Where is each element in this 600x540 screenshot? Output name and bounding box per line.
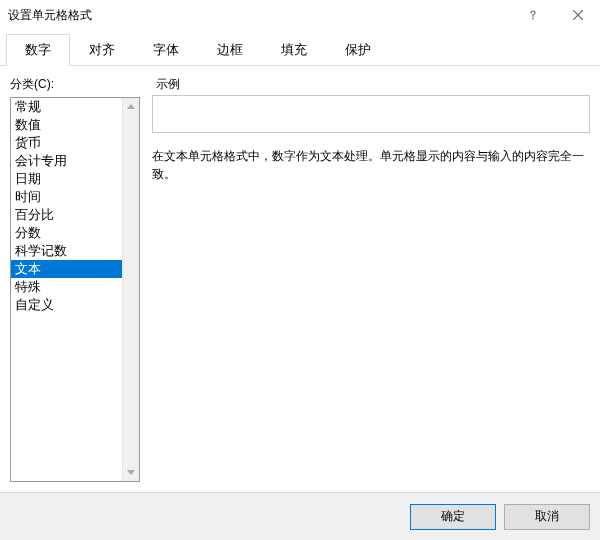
category-item[interactable]: 特殊 [11,278,122,296]
dialog-footer: 确定 取消 [0,492,600,540]
category-item[interactable]: 常规 [11,98,122,116]
category-item[interactable]: 科学记数 [11,242,122,260]
cancel-button[interactable]: 取消 [504,504,590,530]
close-icon [573,10,583,20]
sample-box [152,95,590,133]
tab-bar: 数字对齐字体边框填充保护 [0,30,600,66]
scroll-down-arrow[interactable] [123,464,140,481]
help-icon [528,10,538,20]
titlebar-controls [510,0,600,30]
close-button[interactable] [555,0,600,30]
tab-2[interactable]: 字体 [134,34,198,65]
category-item[interactable]: 文本 [11,260,122,278]
chevron-down-icon [127,470,135,475]
category-item[interactable]: 日期 [11,170,122,188]
tab-1[interactable]: 对齐 [70,34,134,65]
detail-panel: 示例 在文本单元格格式中，数字作为文本处理。单元格显示的内容与输入的内容完全一致… [152,76,590,482]
category-item[interactable]: 数值 [11,116,122,134]
category-item[interactable]: 百分比 [11,206,122,224]
sample-label: 示例 [156,76,590,93]
titlebar: 设置单元格格式 [0,0,600,30]
category-listbox[interactable]: 常规数值货币会计专用日期时间百分比分数科学记数文本特殊自定义 [10,97,140,482]
content-area: 分类(C): 常规数值货币会计专用日期时间百分比分数科学记数文本特殊自定义 示例… [0,66,600,492]
category-item[interactable]: 货币 [11,134,122,152]
dialog-format-cells: 设置单元格格式 数字对齐字体边框填充保护 分类(C): 常规数值货币会计专用日期… [0,0,600,540]
category-item[interactable]: 时间 [11,188,122,206]
category-item[interactable]: 会计专用 [11,152,122,170]
scrollbar[interactable] [122,98,139,481]
tab-5[interactable]: 保护 [326,34,390,65]
format-description: 在文本单元格格式中，数字作为文本处理。单元格显示的内容与输入的内容完全一致。 [152,147,590,183]
ok-button[interactable]: 确定 [410,504,496,530]
category-panel: 分类(C): 常规数值货币会计专用日期时间百分比分数科学记数文本特殊自定义 [10,76,140,482]
category-item[interactable]: 分数 [11,224,122,242]
scroll-up-arrow[interactable] [123,98,140,115]
category-item[interactable]: 自定义 [11,296,122,314]
tab-0[interactable]: 数字 [6,34,70,66]
category-label: 分类(C): [10,76,140,93]
tab-4[interactable]: 填充 [262,34,326,65]
tab-3[interactable]: 边框 [198,34,262,65]
help-button[interactable] [510,0,555,30]
window-title: 设置单元格格式 [8,7,92,24]
chevron-up-icon [127,104,135,109]
